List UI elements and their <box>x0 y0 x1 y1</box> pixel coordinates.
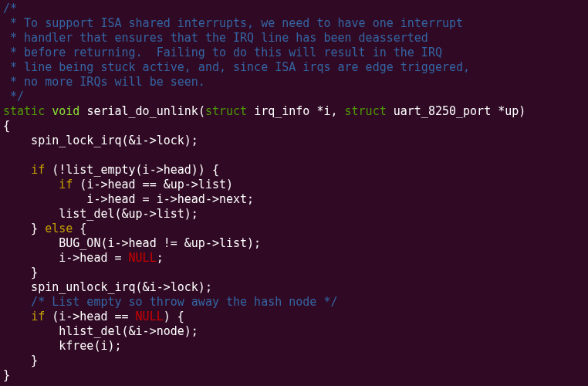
comment-line: * before returning. Failing to do this w… <box>3 46 442 59</box>
comment-line: * To support ISA shared interrupts, we n… <box>3 16 463 30</box>
keyword-else: else <box>45 222 73 235</box>
code-line: list_del(&up->list); <box>3 207 198 221</box>
comment-line: /* <box>3 2 17 15</box>
keyword-if: if <box>59 178 73 191</box>
indent <box>3 163 31 177</box>
comment-line: * no more IRQs will be seen. <box>3 75 205 89</box>
null-literal: NULL <box>136 310 164 323</box>
brace: { <box>73 222 86 235</box>
cond: ) { <box>164 310 184 323</box>
keyword-static: static <box>3 104 45 118</box>
param: *i <box>316 104 330 118</box>
keyword-struct: struct <box>345 104 387 118</box>
param: *up <box>498 104 519 118</box>
comment-line: * line being stuck active, and, since IS… <box>3 60 470 74</box>
code-line: i->head = <box>3 251 129 265</box>
cond: i->head == &up->list) <box>86 178 233 191</box>
brace: { <box>3 119 10 133</box>
code-line: spin_unlock_irq(&i->lock); <box>3 280 212 294</box>
brace: } <box>3 354 38 367</box>
code-line: BUG_ON(i->head != &up->list); <box>3 236 261 250</box>
comma: , <box>330 104 344 118</box>
else-pre: } <box>3 222 45 235</box>
comment-inline: /* List empty so throw away the hash nod… <box>3 295 337 309</box>
comment-line: * handler that ensures that the IRQ line… <box>3 31 428 45</box>
comment-line: */ <box>3 90 24 103</box>
code-editor[interactable]: /* * To support ISA shared interrupts, w… <box>3 2 585 383</box>
keyword-if: if <box>31 163 45 177</box>
keyword-struct: struct <box>205 104 247 118</box>
function-name: serial_do_unlink <box>86 104 198 118</box>
keyword-void: void <box>52 104 79 118</box>
paren: ) <box>519 104 525 118</box>
brace: } <box>3 368 10 382</box>
semicolon: ; <box>157 251 164 265</box>
code-line: i->head = i->head->next; <box>3 192 254 206</box>
code-line: kfree(i); <box>3 339 122 353</box>
type-irqinfo: irq_info <box>254 104 309 118</box>
indent <box>3 310 31 323</box>
indent <box>3 178 59 191</box>
cond: ( <box>73 178 86 191</box>
keyword-if: if <box>31 310 45 323</box>
code-line: hlist_del(&i->node); <box>3 324 198 338</box>
brace: } <box>3 266 38 279</box>
cond: i->head == <box>59 310 135 323</box>
type-uart: uart_8250_port <box>394 104 491 118</box>
code-line: spin_lock_irq(&i->lock); <box>3 134 198 147</box>
cond: ( <box>45 310 59 323</box>
cond: !list_empty(i->head)) { <box>59 163 219 177</box>
paren: ( <box>198 104 205 118</box>
cond: ( <box>45 163 59 177</box>
null-literal: NULL <box>129 251 157 265</box>
